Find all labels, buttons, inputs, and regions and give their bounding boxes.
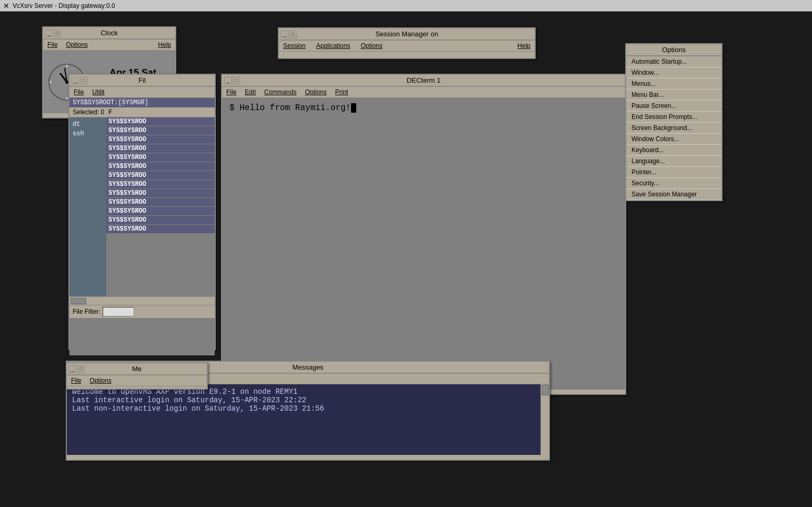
filemanager-minimize-btn[interactable]: _ [72, 77, 79, 84]
clock-minimize-btn[interactable]: _ [45, 29, 53, 37]
decterm-minimize-btn[interactable]: _ [224, 77, 232, 84]
me-title: Me [132, 365, 142, 373]
svg-point-5 [49, 81, 52, 83]
filter-label: File Filter: [73, 308, 101, 315]
messages-lines-container: Welcome to OpenVMS AXP version E9.2-1 on… [72, 387, 544, 413]
options-items-container: Automatic Startup...Window...Menus...Men… [626, 56, 721, 200]
fm-left-item-dt[interactable]: dt [72, 120, 104, 129]
options-item-5[interactable]: End Session Prompts... [626, 112, 721, 123]
filemanager-filter-bar: File Filter: [69, 305, 215, 318]
options-item-6[interactable]: Screen Background... [626, 123, 721, 134]
session-menubar: Session Applications Options Help [279, 41, 535, 52]
options-item-3[interactable]: Menu Bar... [626, 90, 721, 101]
session-menu-session[interactable]: Session [281, 42, 308, 50]
session-titlebar: _ □ Session Manager on [279, 28, 535, 41]
fm-right-item-4[interactable]: SYS$SYSROO [106, 153, 215, 162]
options-dropdown-title: Options [626, 44, 721, 56]
messages-content: Welcome to OpenVMS AXP version E9.2-1 on… [67, 384, 549, 455]
message-line-2: Last non-interactive login on Saturday, … [72, 404, 544, 413]
options-item-1[interactable]: Window... [626, 67, 721, 78]
filemanager-right-panel: SYS$SYSROOSYS$SYSROOSYS$SYSROOSYS$SYSROO… [106, 117, 215, 296]
selected-count: Selected: 0 [73, 108, 104, 116]
decterm-titlebar: _ □ DECterm 1 [222, 75, 625, 87]
session-menu-help[interactable]: Help [515, 42, 533, 50]
options-item-4[interactable]: Pause Screen... [626, 101, 721, 112]
messages-title: Messages [292, 363, 323, 371]
me-close-btn[interactable]: □ [77, 365, 85, 373]
fm-right-item-0[interactable]: SYS$SYSROO [106, 117, 215, 126]
options-item-12[interactable]: Save Session Manager [626, 189, 721, 200]
filemanager-menu-utilities[interactable]: Utilit [90, 88, 106, 96]
options-item-8[interactable]: Keyboard... [626, 145, 721, 156]
filemanager-scrollbar[interactable] [69, 296, 215, 305]
clock-title: Clock [101, 29, 118, 37]
session-menu-options[interactable]: Options [358, 42, 384, 50]
options-item-9[interactable]: Language... [626, 156, 721, 167]
decterm-cursor [351, 103, 356, 113]
clock-menu-file[interactable]: File [45, 41, 59, 49]
options-item-11[interactable]: Security... [626, 178, 721, 189]
filemanager-title: Fil [138, 76, 146, 84]
os-icon: ✕ [3, 2, 9, 10]
clock-menu-help[interactable]: Help [156, 41, 173, 49]
filemanager-filter-input[interactable] [103, 307, 134, 316]
message-line-1: Last interactive login on Saturday, 15-A… [72, 396, 544, 404]
fm-right-item-3[interactable]: SYS$SYSROO [106, 144, 215, 153]
os-titlebar: ✕ VcXsrv Server - Display gateway:0.0 [0, 0, 812, 12]
session-minimize-btn[interactable]: _ [281, 31, 288, 38]
filemanager-window: _ □ Fil File Utilit SYS$SYSROOT:[SYSMGR]… [68, 74, 216, 350]
decterm-terminal-content[interactable]: $ Hello from Raymii.org! [222, 98, 625, 390]
clock-titlebar: _ □ Clock [43, 27, 175, 39]
decterm-menu-file[interactable]: File [224, 88, 238, 96]
decterm-prompt-line: $ Hello from Raymii.org! [229, 103, 618, 113]
options-item-10[interactable]: Pointer... [626, 167, 721, 178]
decterm-menubar: File Edit Commands Options Print [222, 87, 625, 98]
clock-menu-options[interactable]: Options [64, 41, 89, 49]
options-dropdown-menu: Options Automatic Startup...Window...Men… [625, 43, 723, 201]
decterm-menu-edit[interactable]: Edit [243, 88, 258, 96]
fm-right-item-11[interactable]: SYS$SYSROO [106, 216, 215, 224]
filemanager-selected-label2: F [108, 108, 112, 116]
filemanager-close-btn[interactable]: □ [80, 77, 87, 84]
session-manager-window: _ □ Session Manager on Session Applicati… [278, 27, 536, 59]
options-item-2[interactable]: Menus... [626, 78, 721, 90]
me-menu-options[interactable]: Options [87, 376, 113, 385]
filemanager-menu-file[interactable]: File [72, 88, 86, 96]
fm-right-item-6[interactable]: SYS$SYSROO [106, 171, 215, 180]
decterm-menu-print[interactable]: Print [333, 88, 350, 96]
filemanager-scrollbar-thumb[interactable] [71, 298, 86, 304]
decterm-window: _ □ DECterm 1 File Edit Commands Options… [221, 74, 626, 395]
filemanager-titlebar: _ □ Fil [69, 75, 215, 87]
me-titlebar: _ □ Me [67, 363, 207, 375]
fm-right-item-12[interactable]: SYS$SYSROO [106, 225, 215, 233]
fm-left-item-ssh[interactable]: ssh [72, 129, 104, 138]
fm-right-item-1[interactable]: SYS$SYSROO [106, 126, 215, 135]
svg-point-3 [66, 65, 68, 67]
decterm-menu-options[interactable]: Options [303, 88, 328, 96]
filemanager-list-panel: dt ssh SYS$SYSROOSYS$SYSROOSYS$SYSROOSYS… [69, 117, 215, 296]
fm-right-item-5[interactable]: SYS$SYSROO [106, 162, 215, 171]
session-close-btn[interactable]: □ [289, 31, 297, 38]
me-window: _ □ Me File Options [66, 362, 208, 390]
filemanager-path-header: SYS$SYSROOT:[SYSMGR] [69, 98, 215, 107]
me-minimize-btn[interactable]: _ [69, 365, 76, 373]
clock-close-btn[interactable]: □ [54, 29, 61, 37]
fm-right-item-8[interactable]: SYS$SYSROO [106, 189, 215, 197]
fm-right-item-7[interactable]: SYS$SYSROO [106, 180, 215, 188]
options-item-0[interactable]: Automatic Startup... [626, 56, 721, 67]
session-menu-applications[interactable]: Applications [314, 42, 353, 50]
options-item-7[interactable]: Window Colors... [626, 134, 721, 145]
filemanager-left-panel: dt ssh [69, 117, 106, 296]
decterm-close-btn[interactable]: □ [233, 77, 240, 84]
decterm-prompt-text: $ Hello from Raymii.org! [229, 103, 350, 113]
me-menu-file[interactable]: File [69, 376, 83, 385]
decterm-menu-commands[interactable]: Commands [262, 88, 298, 96]
fm-right-item-10[interactable]: SYS$SYSROO [106, 207, 215, 215]
clock-menubar: File Options Help [43, 39, 175, 51]
filemanager-menubar: File Utilit [69, 87, 215, 98]
filemanager-content: SYS$SYSROOT:[SYSMGR] Selected: 0 F dt ss… [69, 98, 215, 355]
messages-scrollbar[interactable] [540, 384, 549, 455]
messages-scrollbar-thumb[interactable] [542, 385, 549, 395]
fm-right-item-9[interactable]: SYS$SYSROO [106, 198, 215, 206]
fm-right-item-2[interactable]: SYS$SYSROO [106, 135, 215, 144]
